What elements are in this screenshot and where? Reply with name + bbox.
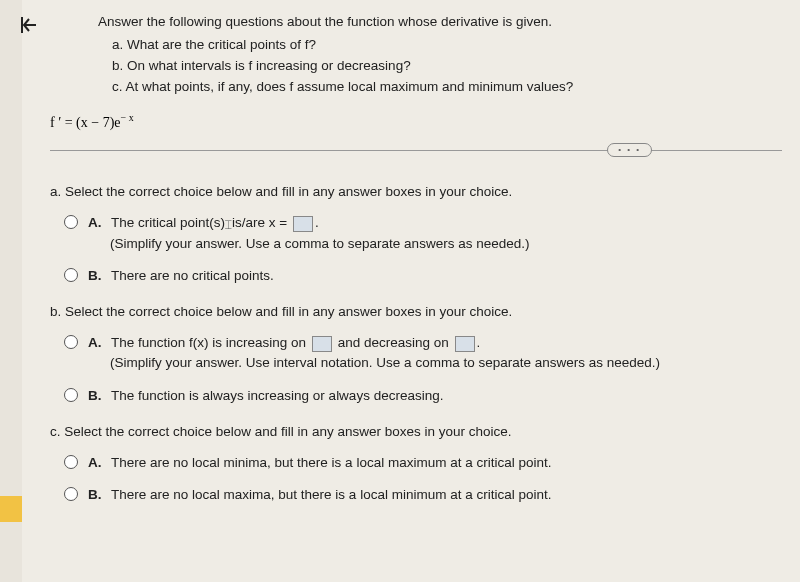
sub-question-b: b. On what intervals is f increasing or … (112, 56, 782, 77)
choice-label: B. (88, 388, 102, 403)
choice-label: B. (88, 487, 102, 502)
choice-text: There are no critical points. (111, 268, 274, 283)
back-arrow-icon (18, 14, 40, 36)
choice-text-1: The function f(x) is increasing on (111, 335, 306, 350)
choice-label: A. (88, 335, 102, 350)
sub-question-c: c. At what points, if any, does f assume… (112, 77, 782, 98)
choice-text-2: is/are x = (232, 215, 287, 230)
choice-c-A[interactable]: A. There are no local minima, but there … (64, 453, 782, 473)
question-header: Answer the following questions about the… (98, 12, 782, 98)
section-b-prompt: b. Select the correct choice below and f… (50, 304, 782, 319)
choice-label: B. (88, 268, 102, 283)
choice-body: B. There are no local maxima, but there … (88, 485, 782, 505)
radio-icon[interactable] (64, 268, 78, 282)
period: . (315, 215, 319, 230)
divider (50, 150, 782, 151)
choice-label: A. (88, 215, 102, 230)
back-button[interactable] (14, 10, 44, 40)
choice-body: A. The critical point(s)⌶is/are x = . (S… (88, 213, 782, 254)
choice-a-B[interactable]: B. There are no critical points. (64, 266, 782, 286)
choice-text: The function is always increasing or alw… (111, 388, 443, 403)
section-b: b. Select the correct choice below and f… (50, 304, 782, 406)
choice-hint: (Simplify your answer. Use interval nota… (110, 353, 660, 373)
formula: f ′ = (x − 7)e− x (50, 112, 782, 131)
sub-question-a: a. What are the critical points of f? (112, 35, 782, 56)
answer-blank[interactable] (312, 336, 332, 352)
section-c-prompt: c. Select the correct choice below and f… (50, 424, 782, 439)
divider-wrap: • • • (50, 150, 782, 166)
radio-icon[interactable] (64, 335, 78, 349)
choice-a-A[interactable]: A. The critical point(s)⌶is/are x = . (S… (64, 213, 782, 254)
choice-text: There are no local minima, but there is … (111, 455, 551, 470)
answer-blank[interactable] (293, 216, 313, 232)
choice-body: A. There are no local minima, but there … (88, 453, 782, 473)
choice-b-B[interactable]: B. The function is always increasing or … (64, 386, 782, 406)
page: Answer the following questions about the… (22, 0, 800, 582)
section-a-prompt: a. Select the correct choice below and f… (50, 184, 782, 199)
expand-badge[interactable]: • • • (607, 143, 652, 157)
choice-body: B. The function is always increasing or … (88, 386, 782, 406)
choice-body: B. There are no critical points. (88, 266, 782, 286)
intro-text: Answer the following questions about the… (98, 12, 782, 33)
radio-icon[interactable] (64, 215, 78, 229)
formula-lhs: f ′ = (x − 7)e (50, 114, 121, 129)
period: . (477, 335, 481, 350)
section-c: c. Select the correct choice below and f… (50, 424, 782, 506)
cursor-icon: ⌶ (225, 216, 232, 233)
radio-icon[interactable] (64, 455, 78, 469)
choice-hint: (Simplify your answer. Use a comma to se… (110, 234, 529, 254)
choice-text-1: The critical point(s) (111, 215, 225, 230)
answer-blank[interactable] (455, 336, 475, 352)
choice-text-2: and decreasing on (338, 335, 449, 350)
radio-icon[interactable] (64, 388, 78, 402)
choice-text: There are no local maxima, but there is … (111, 487, 551, 502)
choice-c-B[interactable]: B. There are no local maxima, but there … (64, 485, 782, 505)
choice-body: A. The function f(x) is increasing on an… (88, 333, 782, 374)
formula-exponent: − x (121, 112, 134, 123)
yellow-tab (0, 496, 22, 522)
choice-b-A[interactable]: A. The function f(x) is increasing on an… (64, 333, 782, 374)
choice-label: A. (88, 455, 102, 470)
radio-icon[interactable] (64, 487, 78, 501)
section-a: a. Select the correct choice below and f… (50, 184, 782, 286)
